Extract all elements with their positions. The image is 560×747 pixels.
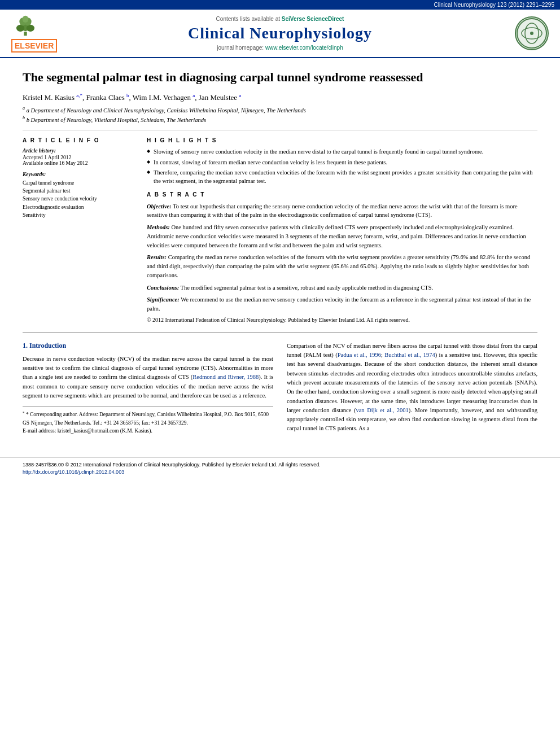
journal-logo-right: [504, 16, 549, 50]
right-body: Comparison of the NCV of median nerve fi…: [287, 342, 537, 435]
right-paragraph: Comparison of the NCV of median nerve fi…: [287, 342, 537, 434]
affiliation-a: a a Department of Neurology and Clinical…: [23, 106, 537, 113]
abstract-significance: Significance: We recommend to use the me…: [147, 295, 537, 313]
keyword-2: Segmental palmar test: [23, 187, 135, 195]
keyword-3: Sensory nerve conduction velocity: [23, 195, 135, 203]
journal-header-center: Contents lists available at SciVerse Sci…: [56, 16, 504, 51]
sciverse-link[interactable]: SciVerse ScienceDirect: [282, 16, 344, 22]
abstract: A B S T R A C T Objective: To test our h…: [147, 191, 537, 323]
footer-doi[interactable]: http://dx.doi.org/10.1016/j.clinph.2012.…: [23, 469, 537, 475]
highlights-heading: H I G H L I G H T S: [147, 137, 537, 143]
article-info-heading: A R T I C L E I N F O: [23, 137, 135, 143]
svg-point-2: [16, 25, 24, 32]
journal-logo-icon: [516, 18, 548, 49]
footer: 1388-2457/$36.00 © 2012 International Fe…: [0, 457, 560, 478]
authors: Kristel M. Kasius a,*, Franka Claes b, W…: [23, 93, 537, 102]
intro-paragraph: Decrease in nerve conduction velocity (N…: [23, 355, 273, 400]
main-content: The segmental palmar test in diagnosing …: [0, 58, 560, 446]
history-label: Article history:: [23, 148, 135, 154]
footnotes: * * Corresponding author. Address: Depar…: [23, 406, 273, 435]
keyword-5: Sensitivity: [23, 211, 135, 219]
highlight-1: Slowing of sensory nerve conduction velo…: [147, 148, 537, 156]
divider-2: [23, 332, 537, 333]
abstract-heading: A B S T R A C T: [147, 191, 537, 198]
ref-buchthal[interactable]: Buchthal et al., 1974: [384, 352, 435, 358]
email-footnote: E-mail address: kristel_kasius@hotmail.c…: [23, 427, 273, 435]
highlights: H I G H L I G H T S Slowing of sensory n…: [147, 137, 537, 323]
highlight-2: In contrast, slowing of forearm median n…: [147, 159, 537, 167]
svg-point-3: [27, 25, 34, 32]
keyword-4: Electrodiagnostic evaluation: [23, 203, 135, 211]
ref-redmond[interactable]: Redmond and Rivner, 1988: [193, 374, 259, 380]
body-content: 1. Introduction Decrease in nerve conduc…: [23, 342, 537, 435]
divider-1: [23, 130, 537, 130]
keywords-label: Keywords:: [23, 172, 135, 177]
intro-heading: 1. Introduction: [23, 342, 273, 350]
keyword-1: Carpal tunnel syndrome: [23, 179, 135, 187]
ref-vandijk[interactable]: van Dijk et al., 2001: [356, 407, 408, 413]
homepage-url[interactable]: www.elsevier.com/locate/clinph: [265, 45, 343, 51]
article-info: A R T I C L E I N F O Article history: A…: [23, 137, 135, 323]
corresponding-author: * * Corresponding author. Address: Depar…: [23, 410, 273, 427]
abstract-objective: Objective: To test our hypothesis that c…: [147, 202, 537, 220]
footer-line1: 1388-2457/$36.00 © 2012 International Fe…: [23, 461, 537, 469]
journal-citation: Clinical Neurophysiology 123 (2012) 2291…: [434, 2, 554, 8]
abstract-copyright: © 2012 International Federation of Clini…: [147, 317, 537, 323]
journal-homepage: journal homepage: www.elsevier.com/locat…: [56, 45, 504, 51]
svg-point-10: [530, 32, 533, 35]
journal-header: ELSEVIER Contents lists available at Sci…: [0, 10, 560, 58]
article-info-highlights: A R T I C L E I N F O Article history: A…: [23, 137, 537, 323]
ref-padua[interactable]: Padua et al., 1996: [338, 352, 381, 358]
abstract-conclusions: Conclusions: The modified segmental palm…: [147, 283, 537, 292]
highlight-3: Therefore, comparing the median nerve co…: [147, 169, 537, 185]
svg-point-6: [23, 16, 29, 23]
article-title: The segmental palmar test in diagnosing …: [23, 69, 537, 86]
elsevier-logo: ELSEVIER: [11, 14, 56, 53]
svg-rect-0: [24, 32, 27, 36]
journal-name: Clinical Neurophysiology: [56, 24, 504, 42]
elsevier-label: ELSEVIER: [11, 39, 57, 53]
left-body: 1. Introduction Decrease in nerve conduc…: [23, 342, 273, 435]
abstract-methods: Methods: One hundred and fifty seven con…: [147, 223, 537, 250]
top-bar: Clinical Neurophysiology 123 (2012) 2291…: [0, 0, 560, 10]
affiliation-b: b b Department of Neurology, Vlietland H…: [23, 115, 537, 123]
accepted-date: Accepted 1 April 2012 Available online 1…: [23, 155, 135, 166]
sciverse-line: Contents lists available at SciVerse Sci…: [56, 16, 504, 22]
keywords-list: Carpal tunnel syndrome Segmental palmar …: [23, 179, 135, 219]
abstract-results: Results: Comparing the median nerve cond…: [147, 253, 537, 279]
clinph-logo: [515, 16, 549, 50]
elsevier-tree-icon: [11, 14, 40, 37]
